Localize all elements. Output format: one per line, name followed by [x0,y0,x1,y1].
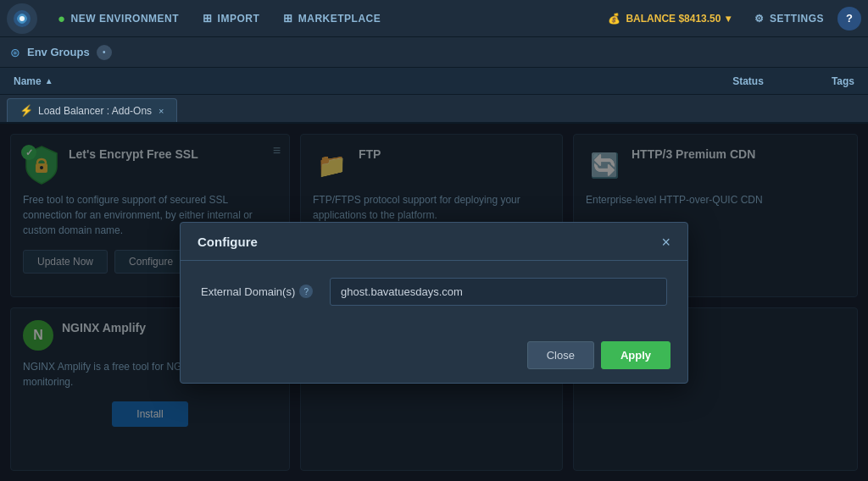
svg-point-1 [19,16,25,21]
column-right-headers: Status Tags [732,75,854,87]
import-icon: ⊞ [203,12,213,25]
tab-icon: ⚡ [19,104,33,117]
new-environment-button[interactable]: ● NEW ENVIRONMENT [47,6,189,30]
env-groups-icon: ⊛ [10,46,20,59]
secondary-navigation: ⊛ Env Groups • [0,37,868,68]
help-button[interactable]: ? [837,7,861,30]
modal-overlay[interactable]: Configure × External Domain(s) ? Close A… [0,124,868,481]
name-column-header[interactable]: Name ▲ [14,75,53,87]
tags-column-header: Tags [832,75,854,87]
modal-close-btn[interactable]: Close [527,341,594,369]
tab-close-button[interactable]: × [159,106,164,116]
env-groups-menu-button[interactable]: • [97,45,112,60]
nav-right-section: 💰 BALANCE $8413.50 ▾ ⚙ SETTINGS ? [598,7,861,30]
env-groups-label: Env Groups [27,46,90,58]
new-env-icon: ● [58,11,66,25]
gear-icon: ⚙ [754,13,765,25]
sort-arrow-icon: ▲ [45,76,53,86]
column-header: Name ▲ Status Tags [0,68,868,95]
settings-button[interactable]: ⚙ SETTINGS [744,8,834,30]
import-button[interactable]: ⊞ IMPORT [192,7,270,30]
app-logo[interactable] [7,3,37,34]
marketplace-button[interactable]: ⊞ MARKETPLACE [273,7,391,30]
modal-title: Configure [198,235,258,249]
top-navigation: ● NEW ENVIRONMENT ⊞ IMPORT ⊞ MARKETPLACE… [0,0,868,37]
external-domain-field: External Domain(s) ? [201,278,667,306]
balance-icon: 💰 [608,13,620,25]
external-domain-label: External Domain(s) ? [201,285,320,298]
marketplace-icon: ⊞ [283,12,293,25]
modal-body: External Domain(s) ? [181,261,687,333]
external-domain-input[interactable] [330,278,667,306]
modal-apply-button[interactable]: Apply [601,341,670,369]
modal-close-button[interactable]: × [661,235,670,250]
tab-bar: ⚡ Load Balancer : Add-Ons × [0,95,868,124]
main-content: Let's Encrypt Free SSL ≡ ✓ Free tool to … [0,124,868,481]
field-help-icon[interactable]: ? [299,285,313,298]
status-column-header: Status [732,75,764,87]
load-balancer-addons-tab[interactable]: ⚡ Load Balancer : Add-Ons × [7,98,177,122]
modal-footer: Close Apply [181,333,687,383]
configure-modal: Configure × External Domain(s) ? Close A… [180,222,688,384]
tab-label: Load Balancer : Add-Ons [38,105,152,117]
modal-header: Configure × [181,223,687,261]
balance-button[interactable]: 💰 BALANCE $8413.50 ▾ [598,8,741,30]
balance-dropdown-icon: ▾ [726,13,731,25]
